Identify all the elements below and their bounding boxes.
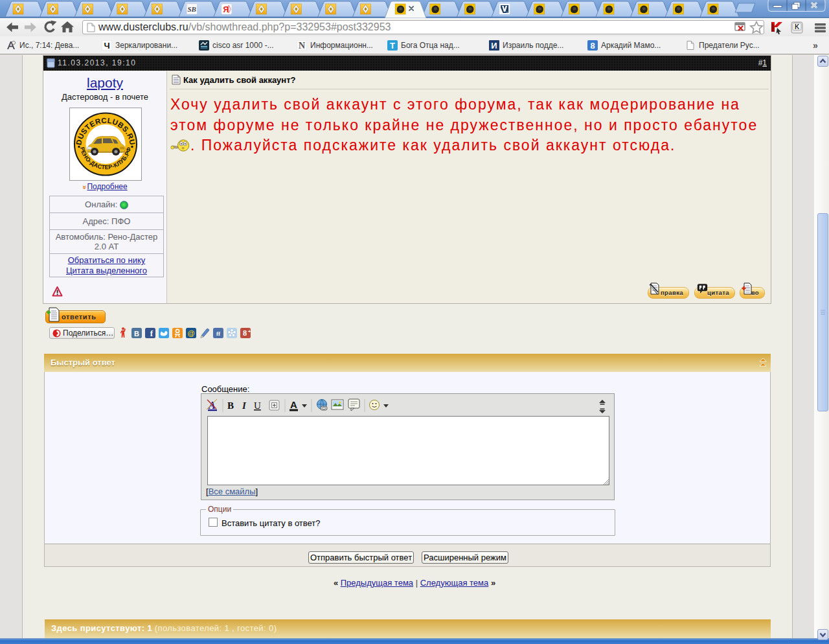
- svg-text:8: 8: [243, 329, 247, 337]
- svg-text:@: @: [187, 329, 194, 337]
- svg-text:+: +: [248, 328, 251, 334]
- svg-text:ff: ff: [216, 330, 221, 337]
- svg-text:Ч: Ч: [104, 41, 109, 51]
- svg-text:И: И: [491, 41, 497, 51]
- svg-text:f: f: [150, 328, 153, 338]
- svg-text:B: B: [227, 400, 234, 411]
- svg-text:В: В: [134, 330, 139, 338]
- svg-text:T: T: [390, 41, 395, 51]
- svg-text:8: 8: [590, 41, 595, 51]
- svg-text:I: I: [242, 400, 247, 411]
- svg-text:K: K: [795, 23, 800, 30]
- svg-text:A: A: [290, 399, 297, 410]
- svg-text:N: N: [299, 41, 305, 51]
- svg-text:U: U: [254, 400, 261, 411]
